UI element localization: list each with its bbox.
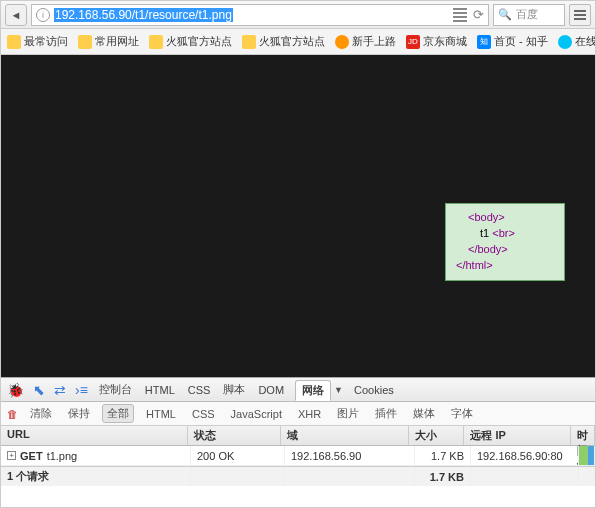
filter-media[interactable]: 媒体 <box>409 405 439 422</box>
folder-icon <box>149 35 163 49</box>
filter-css[interactable]: CSS <box>188 407 219 421</box>
html-tooltip: <body> t1 <br> </body> </html> <box>445 203 565 281</box>
bookmark-item[interactable]: 火狐官方站点 <box>242 34 325 49</box>
folder-icon <box>7 35 21 49</box>
summary-size: 1.7 KB <box>415 467 471 486</box>
search-input[interactable]: 🔍 百度 <box>493 4 565 26</box>
arrows-icon[interactable]: ⇄ <box>54 382 66 398</box>
bookmark-item[interactable]: 在线API文 <box>558 34 595 49</box>
menu-button[interactable] <box>569 4 591 26</box>
devtools-tabs: 🐞 ⬉ ⇄ ›≡ 控制台 HTML CSS 脚本 DOM 网络▼ Cookies <box>1 378 595 402</box>
address-bar: ◄ i 192.168.56.90/t1/resource/t1.png ⟳ 🔍… <box>1 1 595 29</box>
tooltip-tag: <body> <box>468 211 505 223</box>
expand-icon[interactable]: + <box>7 451 16 460</box>
network-summary: 1 个请求 1.7 KB <box>1 466 595 486</box>
tab-network[interactable]: 网络 <box>295 380 331 401</box>
bookmark-item[interactable]: 火狐官方站点 <box>149 34 232 49</box>
cell-ip: 192.168.56.90:80 <box>471 446 579 465</box>
back-button[interactable]: ◄ <box>5 4 27 26</box>
bookmarks-bar: 最常访问 常用网址 火狐官方站点 火狐官方站点 新手上路 JD京东商城 知首页 … <box>1 29 595 55</box>
header-domain[interactable]: 域 <box>281 426 409 445</box>
filter-js[interactable]: JavaScript <box>227 407 286 421</box>
cell-size: 1.7 KB <box>415 446 471 465</box>
summary-count: 1 个请求 <box>1 467 191 486</box>
api-icon <box>558 35 572 49</box>
network-filters: 🗑 清除 保持 全部 HTML CSS JavaScript XHR 图片 插件… <box>1 402 595 426</box>
info-icon[interactable]: i <box>36 8 50 22</box>
trash-icon[interactable]: 🗑 <box>7 408 18 420</box>
step-icon[interactable]: ›≡ <box>75 382 88 398</box>
cell-status: 200 OK <box>191 446 285 465</box>
filter-all[interactable]: 全部 <box>102 404 134 423</box>
zhihu-icon: 知 <box>477 35 491 49</box>
search-placeholder: 百度 <box>516 7 538 22</box>
inspect-icon[interactable]: 🐞 <box>7 382 24 398</box>
tab-html[interactable]: HTML <box>143 382 177 398</box>
timeline-bar <box>579 446 594 465</box>
cell-url: + GET t1.png <box>1 446 191 465</box>
filter-xhr[interactable]: XHR <box>294 407 325 421</box>
search-icon: 🔍 <box>498 8 512 21</box>
url-right-controls: ⟳ <box>453 7 484 22</box>
page-viewport: <body> t1 <br> </body> </html> <box>1 55 595 377</box>
bookmark-item[interactable]: 知首页 - 知乎 <box>477 34 548 49</box>
folder-icon <box>242 35 256 49</box>
url-input[interactable]: i 192.168.56.90/t1/resource/t1.png ⟳ <box>31 4 489 26</box>
tooltip-text: t1 <box>480 227 492 239</box>
bookmark-item[interactable]: 新手上路 <box>335 34 396 49</box>
tab-cookies[interactable]: Cookies <box>352 382 396 398</box>
filter-keep[interactable]: 保持 <box>64 405 94 422</box>
devtools-panel: 🐞 ⬉ ⇄ ›≡ 控制台 HTML CSS 脚本 DOM 网络▼ Cookies… <box>1 377 595 507</box>
filter-img[interactable]: 图片 <box>333 405 363 422</box>
filter-html[interactable]: HTML <box>142 407 180 421</box>
bookmark-item[interactable]: 常用网址 <box>78 34 139 49</box>
cell-timeline <box>579 446 595 465</box>
filter-clear[interactable]: 清除 <box>26 405 56 422</box>
qr-icon[interactable] <box>453 8 467 22</box>
tab-script[interactable]: 脚本 <box>221 380 247 399</box>
header-timeline[interactable]: 时间线 <box>571 426 595 445</box>
reload-icon[interactable]: ⟳ <box>473 7 484 22</box>
tab-dom[interactable]: DOM <box>256 382 286 398</box>
bookmark-item[interactable]: 最常访问 <box>7 34 68 49</box>
network-row[interactable]: + GET t1.png 200 OK 192.168.56.90 1.7 KB… <box>1 446 595 466</box>
tooltip-tag: <br> <box>492 227 515 239</box>
dropdown-icon[interactable]: ▼ <box>334 385 343 395</box>
tab-css[interactable]: CSS <box>186 382 213 398</box>
tab-console[interactable]: 控制台 <box>97 380 134 399</box>
header-size[interactable]: 大小 <box>409 426 464 445</box>
url-text: 192.168.56.90/t1/resource/t1.png <box>54 8 233 22</box>
cell-domain: 192.168.56.90 <box>285 446 415 465</box>
header-ip[interactable]: 远程 IP <box>464 426 571 445</box>
filter-font[interactable]: 字体 <box>447 405 477 422</box>
folder-icon <box>78 35 92 49</box>
tooltip-tag: </html> <box>456 259 493 271</box>
network-headers: URL 状态 域 大小 远程 IP 时间线 <box>1 426 595 446</box>
pointer-icon[interactable]: ⬉ <box>33 382 45 398</box>
bookmark-item[interactable]: JD京东商城 <box>406 34 467 49</box>
header-url[interactable]: URL <box>1 426 188 445</box>
network-body: + GET t1.png 200 OK 192.168.56.90 1.7 KB… <box>1 446 595 507</box>
jd-icon: JD <box>406 35 420 49</box>
firefox-icon <box>335 35 349 49</box>
tooltip-tag: </body> <box>468 243 508 255</box>
filter-plugin[interactable]: 插件 <box>371 405 401 422</box>
header-status[interactable]: 状态 <box>188 426 281 445</box>
